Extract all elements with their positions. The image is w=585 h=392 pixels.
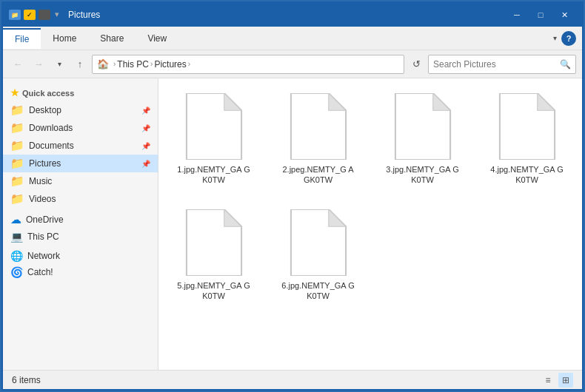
close-button[interactable]: ✕ <box>552 3 576 27</box>
file-item[interactable]: 5.jpg.NEMTY_GA GK0TW <box>167 203 260 308</box>
sidebar-item-desktop-label: Desktop <box>29 105 61 115</box>
svg-marker-7 <box>537 93 554 110</box>
list-view-button[interactable]: ≡ <box>541 373 555 388</box>
file-icon <box>393 93 452 160</box>
sidebar-item-pictures[interactable]: 📁 Pictures 📌 <box>3 155 158 172</box>
quick-access-toolbar-icon2[interactable]: ✓ <box>24 10 36 20</box>
file-item[interactable]: 1.jpg.NEMTY_GA GK0TW <box>167 87 260 192</box>
catch-icon: 🌀 <box>10 266 23 278</box>
icon-view-button[interactable]: ⊞ <box>558 373 573 388</box>
svg-marker-1 <box>224 93 241 110</box>
svg-marker-11 <box>328 209 345 226</box>
menubar: File Home Share View ▾ ? <box>3 27 582 50</box>
file-explorer-window: 📁 ✓ ▾ Pictures ─ □ ✕ File Home Share Vie… <box>1 1 584 391</box>
sidebar-item-music[interactable]: 📁 Music <box>3 172 158 190</box>
svg-marker-5 <box>432 93 449 110</box>
path-home-icon: 🏠 <box>97 58 109 70</box>
menu-tab-share[interactable]: Share <box>88 29 136 48</box>
files-grid: 1.jpg.NEMTY_GA GK0TW 2.jpeg.NEMTY_G AGK0… <box>167 87 573 307</box>
menu-tab-home[interactable]: Home <box>41 29 88 48</box>
file-name: 6.jpg.NEMTY_GA GK0TW <box>281 280 355 302</box>
recent-locations-button[interactable]: ▾ <box>50 55 68 73</box>
addr-chevron3: › <box>188 60 190 68</box>
path-pictures[interactable]: Pictures <box>154 59 186 70</box>
sidebar-item-downloads[interactable]: 📁 Downloads 📌 <box>3 119 158 137</box>
sidebar-item-pictures-label: Pictures <box>29 158 61 169</box>
sidebar-item-network[interactable]: 🌐 Network <box>3 248 158 264</box>
pin-icon-pictures: 📌 <box>141 160 150 168</box>
folder-icon-documents: 📁 <box>10 139 24 152</box>
sidebar-item-documents-label: Documents <box>29 141 74 151</box>
star-icon: ★ <box>10 87 19 98</box>
window-title: Pictures <box>68 10 505 20</box>
titlebar-app-icons: 📁 ✓ ▾ <box>9 10 59 20</box>
main-content: ★ Quick access 📁 Desktop 📌 📁 Downloads 📌… <box>3 78 582 370</box>
sidebar-item-network-label: Network <box>27 251 60 261</box>
sidebar-item-downloads-label: Downloads <box>29 123 73 133</box>
sidebar-item-thispc-label: This PC <box>27 232 59 242</box>
search-box[interactable]: 🔍 <box>428 55 576 74</box>
quick-access-toolbar-icon3[interactable] <box>39 10 50 20</box>
menubar-right: ▾ ? <box>553 31 582 46</box>
refresh-button[interactable]: ↺ <box>407 55 425 73</box>
quick-access-toolbar-icon1[interactable]: 📁 <box>9 10 21 20</box>
svg-marker-9 <box>224 209 241 226</box>
statusbar-view-controls: ≡ ⊞ <box>541 373 573 388</box>
minimize-button[interactable]: ─ <box>505 3 529 27</box>
sidebar-item-documents[interactable]: 📁 Documents 📌 <box>3 137 158 155</box>
titlebar-dropdown-chevron[interactable]: ▾ <box>55 10 59 20</box>
file-icon <box>289 209 348 276</box>
titlebar: 📁 ✓ ▾ Pictures ─ □ ✕ <box>3 3 582 27</box>
sidebar-item-onedrive[interactable]: ☁ OneDrive <box>3 211 158 229</box>
quick-access-label: Quick access <box>22 89 74 98</box>
addr-chevron1: › <box>113 60 116 68</box>
pin-icon-documents: 📌 <box>141 142 150 150</box>
quick-access-header: ★ Quick access <box>3 84 158 101</box>
file-icon <box>498 93 557 160</box>
up-button[interactable]: ↑ <box>71 55 89 73</box>
folder-icon-music: 📁 <box>10 175 24 188</box>
sidebar: ★ Quick access 📁 Desktop 📌 📁 Downloads 📌… <box>3 78 158 370</box>
files-content: 1.jpg.NEMTY_GA GK0TW 2.jpeg.NEMTY_G AGK0… <box>158 78 582 370</box>
help-button[interactable]: ? <box>561 31 576 46</box>
menu-tab-file[interactable]: File <box>3 28 41 49</box>
ribbon-collapse-chevron[interactable]: ▾ <box>553 34 557 42</box>
quick-access-section: ★ Quick access 📁 Desktop 📌 📁 Downloads 📌… <box>3 84 158 208</box>
back-button[interactable]: ← <box>9 55 27 73</box>
sidebar-item-videos[interactable]: 📁 Videos <box>3 190 158 208</box>
onedrive-section: ☁ OneDrive 💻 This PC <box>3 211 158 245</box>
file-item[interactable]: 4.jpg.NEMTY_GA GK0TW <box>481 87 573 192</box>
sidebar-item-catch[interactable]: 🌀 Catch! <box>3 264 158 280</box>
file-icon <box>184 93 244 160</box>
file-name: 1.jpg.NEMTY_GA GK0TW <box>177 164 251 186</box>
titlebar-controls: ─ □ ✕ <box>505 3 576 27</box>
file-item[interactable]: 6.jpg.NEMTY_GA GK0TW <box>272 203 364 308</box>
folder-icon-downloads: 📁 <box>10 121 24 135</box>
path-thispc[interactable]: This PC <box>117 59 149 70</box>
item-count: 6 items <box>12 375 41 385</box>
pin-icon-desktop: 📌 <box>141 107 150 115</box>
network-section: 🌐 Network 🌀 Catch! <box>3 248 158 280</box>
menu-tab-view[interactable]: View <box>136 29 178 48</box>
address-path[interactable]: 🏠 › This PC › Pictures › <box>92 55 404 74</box>
forward-button[interactable]: → <box>30 55 47 73</box>
sidebar-item-music-label: Music <box>29 176 52 186</box>
search-icon: 🔍 <box>560 59 571 70</box>
file-name: 2.jpeg.NEMTY_G AGK0TW <box>281 164 355 186</box>
address-bar: ← → ▾ ↑ 🏠 › This PC › Pictures › ↺ 🔍 <box>3 50 582 78</box>
maximize-button[interactable]: □ <box>529 3 552 27</box>
folder-icon-videos: 📁 <box>10 192 24 206</box>
search-input[interactable] <box>433 59 560 70</box>
sidebar-item-onedrive-label: OneDrive <box>26 214 64 225</box>
sidebar-item-videos-label: Videos <box>29 194 56 204</box>
file-item[interactable]: 3.jpg.NEMTY_GA GK0TW <box>376 87 469 192</box>
sidebar-item-desktop[interactable]: 📁 Desktop 📌 <box>3 101 158 119</box>
file-name: 4.jpg.NEMTY_GA GK0TW <box>490 164 564 186</box>
file-icon <box>289 93 348 160</box>
svg-marker-3 <box>328 93 345 110</box>
sidebar-item-catch-label: Catch! <box>27 267 53 277</box>
file-item[interactable]: 2.jpeg.NEMTY_G AGK0TW <box>272 87 364 192</box>
folder-icon-pictures: 📁 <box>10 157 24 170</box>
pc-icon: 💻 <box>10 231 23 243</box>
sidebar-item-thispc[interactable]: 💻 This PC <box>3 229 158 245</box>
